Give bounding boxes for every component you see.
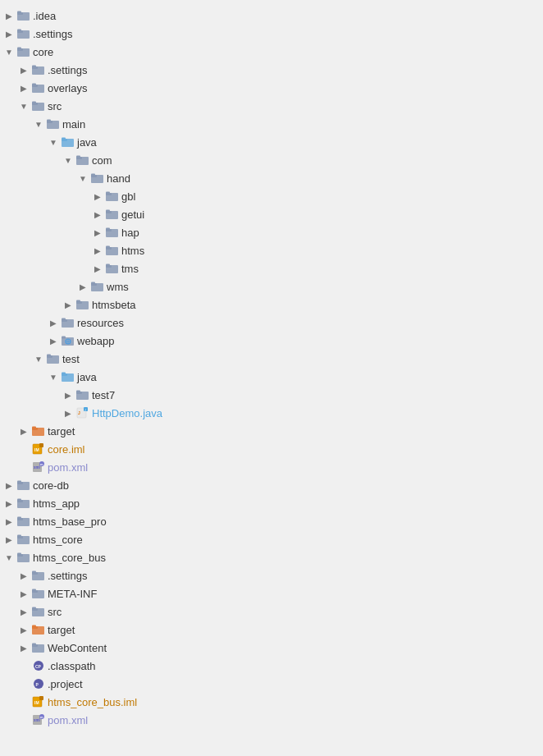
tree-item[interactable]: IM htms_core_bus.iml bbox=[0, 693, 543, 711]
arrow-closed-icon[interactable] bbox=[18, 570, 30, 581]
arrow-closed-icon[interactable] bbox=[92, 245, 103, 256]
svg-text:xml: xml bbox=[34, 465, 40, 470]
tree-item[interactable]: hand bbox=[0, 169, 543, 187]
arrow-closed-icon[interactable] bbox=[92, 190, 103, 202]
tree-item[interactable]: J J HttpDemo.java bbox=[0, 404, 543, 422]
svg-text:IM: IM bbox=[34, 700, 39, 705]
arrow-closed-icon[interactable] bbox=[18, 606, 30, 617]
arrow-open-icon[interactable] bbox=[62, 154, 74, 166]
arrow-open-icon[interactable] bbox=[18, 100, 30, 112]
tree-item[interactable]: IM core.iml bbox=[0, 440, 543, 458]
tree-item[interactable]: .settings bbox=[0, 25, 543, 43]
tree-item[interactable]: core bbox=[0, 43, 543, 61]
arrow-closed-icon[interactable] bbox=[3, 10, 15, 21]
tree-item[interactable]: xml m pom.xml bbox=[0, 458, 543, 476]
arrow-open-icon[interactable] bbox=[33, 353, 44, 364]
arrow-closed-icon[interactable] bbox=[18, 82, 30, 94]
tree-item[interactable]: test7 bbox=[0, 386, 543, 404]
arrow-closed-icon[interactable] bbox=[18, 624, 30, 635]
arrow-closed-icon[interactable] bbox=[3, 534, 15, 545]
tree-item[interactable]: core-db bbox=[0, 476, 543, 494]
item-label: core bbox=[33, 46, 53, 58]
arrow-closed-icon[interactable] bbox=[48, 335, 59, 346]
tree-item[interactable]: src bbox=[0, 97, 543, 115]
tree-item[interactable]: hap bbox=[0, 223, 543, 241]
file-pom-icon: xml m bbox=[32, 461, 45, 473]
svg-rect-74 bbox=[32, 427, 36, 429]
tree-item[interactable]: .idea bbox=[0, 7, 543, 25]
tree-item[interactable]: P .project bbox=[0, 675, 543, 693]
folder-gray-icon bbox=[17, 10, 30, 21]
folder-gray-icon bbox=[76, 154, 89, 166]
tree-item[interactable]: META-INF bbox=[0, 584, 543, 603]
arrow-closed-icon[interactable] bbox=[92, 263, 103, 274]
tree-item[interactable]: htms_core_bus bbox=[0, 548, 543, 566]
tree-item[interactable]: htms_base_pro bbox=[0, 512, 543, 530]
arrow-open-icon[interactable] bbox=[3, 552, 15, 563]
arrow-closed-icon[interactable] bbox=[92, 227, 103, 238]
tree-item[interactable]: htms bbox=[0, 241, 543, 259]
file-pom-icon: xml m bbox=[32, 714, 45, 726]
tree-item[interactable]: target bbox=[0, 422, 543, 440]
tree-item[interactable]: WebContent bbox=[0, 639, 543, 657]
tree-item[interactable]: overlays bbox=[0, 79, 543, 97]
arrow-closed-icon[interactable] bbox=[48, 317, 59, 328]
arrow-open-icon[interactable] bbox=[48, 371, 59, 383]
arrow-closed-icon[interactable] bbox=[18, 64, 30, 76]
tree-item[interactable]: CP .classpath bbox=[0, 657, 543, 675]
arrow-closed-icon[interactable] bbox=[18, 425, 30, 437]
tree-item[interactable]: test bbox=[0, 350, 543, 368]
arrow-empty bbox=[18, 443, 30, 455]
arrow-closed-icon[interactable] bbox=[77, 281, 89, 292]
tree-item[interactable]: tms bbox=[0, 259, 543, 277]
item-label: .settings bbox=[48, 64, 87, 76]
tree-item[interactable]: xml m pom.xml bbox=[0, 711, 543, 729]
arrow-open-icon[interactable] bbox=[33, 118, 44, 130]
arrow-closed-icon[interactable] bbox=[92, 208, 103, 220]
tree-item[interactable]: src bbox=[0, 603, 543, 621]
arrow-closed-icon[interactable] bbox=[18, 588, 30, 599]
tree-item[interactable]: gbl bbox=[0, 187, 543, 205]
folder-gray-icon bbox=[17, 552, 30, 563]
folder-gray-icon bbox=[32, 64, 45, 76]
folder-gray-icon bbox=[17, 534, 30, 545]
tree-item[interactable]: htmsbeta bbox=[0, 296, 543, 314]
folder-gray-icon bbox=[32, 606, 45, 617]
arrow-closed-icon[interactable] bbox=[62, 407, 74, 419]
arrow-open-icon[interactable] bbox=[77, 172, 89, 184]
tree-item[interactable]: resources bbox=[0, 314, 543, 332]
tree-item[interactable]: .settings bbox=[0, 61, 543, 79]
arrow-closed-icon[interactable] bbox=[3, 515, 15, 527]
item-label: pom.xml bbox=[48, 714, 88, 726]
tree-item[interactable]: getui bbox=[0, 205, 543, 223]
tree-item[interactable]: java bbox=[0, 368, 543, 386]
arrow-closed-icon[interactable] bbox=[3, 479, 15, 491]
item-label: HttpDemo.java bbox=[92, 407, 162, 419]
folder-gray-icon bbox=[62, 317, 75, 328]
svg-rect-26 bbox=[76, 156, 80, 158]
svg-rect-14 bbox=[32, 84, 36, 86]
tree-item[interactable]: webapp bbox=[0, 332, 543, 350]
arrow-open-icon[interactable] bbox=[3, 46, 15, 57]
folder-gray-icon bbox=[76, 299, 89, 310]
arrow-open-icon[interactable] bbox=[48, 136, 59, 148]
tree-item[interactable]: htms_core bbox=[0, 530, 543, 548]
item-label: wms bbox=[107, 281, 129, 293]
tree-item[interactable]: target bbox=[0, 621, 543, 639]
tree-item[interactable]: wms bbox=[0, 277, 543, 296]
tree-item[interactable]: .settings bbox=[0, 566, 543, 584]
tree-item[interactable]: java bbox=[0, 133, 543, 151]
tree-item[interactable]: main bbox=[0, 115, 543, 133]
arrow-closed-icon[interactable] bbox=[62, 389, 74, 401]
item-label: .project bbox=[48, 678, 83, 690]
tree-item[interactable]: htms_app bbox=[0, 494, 543, 512]
arrow-closed-icon[interactable] bbox=[3, 28, 15, 39]
arrow-closed-icon[interactable] bbox=[18, 642, 30, 653]
tree-item[interactable]: com bbox=[0, 151, 543, 169]
svg-rect-64 bbox=[62, 373, 66, 375]
arrow-closed-icon[interactable] bbox=[3, 497, 15, 509]
item-label: pom.xml bbox=[48, 461, 88, 474]
arrow-closed-icon[interactable] bbox=[62, 299, 74, 310]
folder-gray-icon bbox=[32, 588, 45, 599]
svg-rect-17 bbox=[32, 102, 36, 104]
